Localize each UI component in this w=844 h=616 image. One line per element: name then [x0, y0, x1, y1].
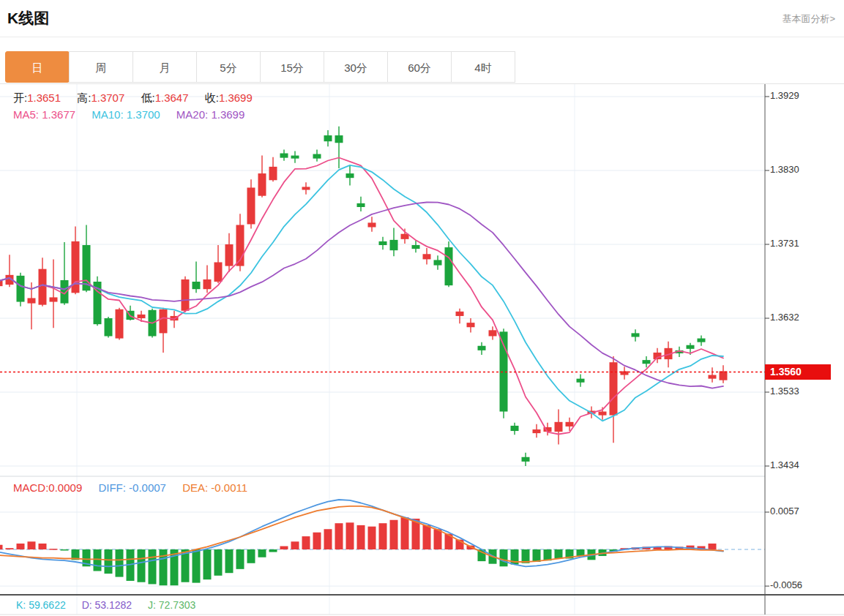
price-axis-tick-5: 1.3434 — [770, 459, 799, 470]
dea-value: DEA: -0.0011 — [182, 481, 247, 494]
high-value: 高:1.3707 — [77, 91, 124, 104]
macd-axis-tick-0: 0.0057 — [770, 506, 799, 517]
price-axis-tick-4: 1.3533 — [770, 386, 799, 397]
open-value: 开:1.3651 — [13, 91, 61, 104]
ma-info-row: MA5: 1.3677 MA10: 1.3700 MA20: 1.3699 — [13, 108, 258, 121]
ma5-value: MA5: 1.3677 — [13, 108, 75, 121]
current-price-tag: 1.3560 — [765, 364, 831, 380]
close-value: 收:1.3699 — [205, 91, 253, 104]
macd-info-row: MACD:0.0009 DIFF: -0.0007 DEA: -0.0011 — [13, 481, 261, 494]
price-axis-tick-0: 1.3929 — [770, 90, 799, 101]
kline-app: K线图 基本面分析> 日周月5分15分30分60分4时 开:1.3651 高:1… — [0, 0, 844, 616]
macd-axis-tick-1: -0.0056 — [770, 579, 802, 590]
price-axis-tick-1: 1.3830 — [770, 164, 799, 175]
price-axis-tick-3: 1.3632 — [770, 312, 799, 323]
ohlc-info-row: 开:1.3651 高:1.3707 低:1.3647 收:1.3699 — [13, 91, 266, 105]
kdj-j-value: J: 72.7303 — [148, 599, 195, 611]
price-axis-tick-2: 1.3731 — [770, 238, 799, 249]
ma10-value: MA10: 1.3700 — [92, 108, 160, 121]
ma20-value: MA20: 1.3699 — [176, 108, 244, 121]
diff-value: DIFF: -0.0007 — [98, 481, 166, 494]
kdj-info-row: K: 59.6622 D: 53.1282 J: 72.7303 — [16, 599, 209, 611]
kdj-k-value: K: 59.6622 — [16, 599, 66, 611]
low-value: 低:1.3647 — [141, 91, 188, 104]
kdj-d-value: D: 53.1282 — [82, 599, 132, 611]
macd-value: MACD:0.0009 — [13, 481, 82, 494]
